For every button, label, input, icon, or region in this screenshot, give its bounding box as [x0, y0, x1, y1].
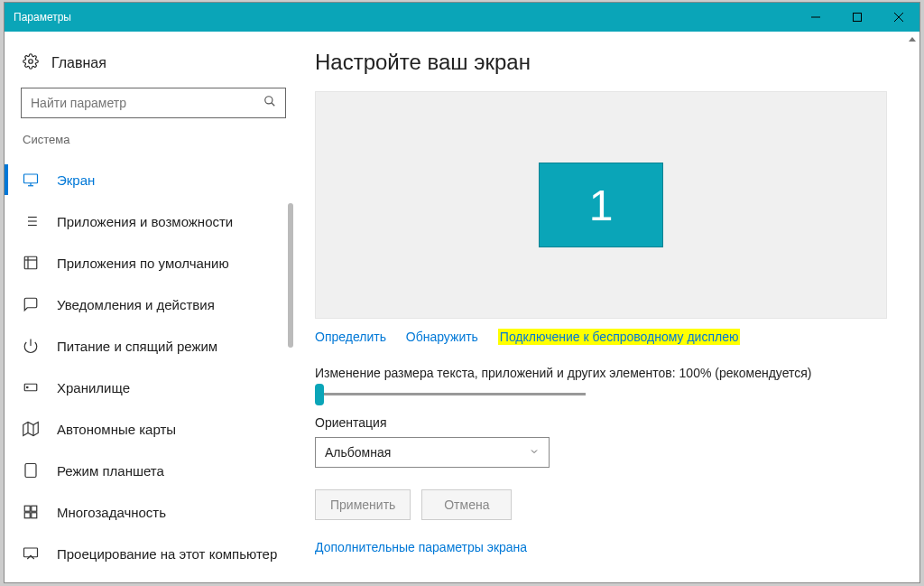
- storage-icon: [23, 379, 44, 395]
- nav-label: Питание и спящий режим: [57, 339, 217, 354]
- sidebar-item-notifications[interactable]: Уведомления и действия: [5, 284, 302, 325]
- display-icon: [23, 172, 44, 188]
- sidebar-item-multitask[interactable]: Многозадачность: [5, 491, 302, 533]
- search-input[interactable]: [31, 96, 263, 110]
- projecting-icon: [23, 545, 44, 562]
- maps-icon: [23, 421, 44, 437]
- sidebar: Главная Система Экран: [5, 32, 302, 582]
- sidebar-item-default-apps[interactable]: Приложения по умолчанию: [5, 242, 302, 284]
- display-links: Определить Обнаружить Подключение к бесп…: [315, 330, 887, 344]
- titlebar: Параметры: [5, 3, 919, 32]
- svg-point-5: [265, 97, 273, 104]
- svg-line-6: [272, 103, 275, 107]
- power-icon: [23, 338, 44, 354]
- gear-icon: [23, 53, 39, 73]
- chevron-down-icon: [529, 445, 540, 460]
- orientation-label: Ориентация: [315, 415, 887, 430]
- identify-link[interactable]: Определить: [315, 330, 386, 344]
- svg-rect-29: [24, 513, 30, 518]
- category-label: Система: [5, 133, 302, 153]
- svg-rect-25: [25, 464, 36, 478]
- nav-label: Автономные карты: [57, 422, 176, 437]
- nav-list: Экран Приложения и возможности Приложени…: [5, 153, 302, 574]
- default-apps-icon: [23, 255, 44, 271]
- sidebar-item-storage[interactable]: Хранилище: [5, 367, 302, 408]
- sidebar-item-apps[interactable]: Приложения и возможности: [5, 200, 302, 242]
- page-title: Настройте ваш экран: [315, 50, 887, 75]
- minimize-button[interactable]: [795, 3, 836, 32]
- home-button[interactable]: Главная: [5, 46, 302, 88]
- home-label: Главная: [51, 55, 106, 71]
- client-area: Главная Система Экран: [5, 32, 919, 582]
- window-title: Параметры: [14, 11, 795, 23]
- svg-point-21: [27, 386, 29, 388]
- search-wrapper: [5, 88, 302, 133]
- sidebar-scrollbar-thumb[interactable]: [288, 203, 293, 348]
- nav-label: Режим планшета: [57, 463, 164, 479]
- nav-label: Приложения и возможности: [57, 214, 233, 229]
- search-box[interactable]: [21, 88, 286, 118]
- sidebar-item-maps[interactable]: Автономные карты: [5, 408, 302, 450]
- button-row: Применить Отмена: [315, 489, 887, 520]
- advanced-display-link[interactable]: Дополнительные параметры экрана: [315, 540, 527, 554]
- list-icon: [23, 213, 44, 229]
- orientation-dropdown[interactable]: Альбомная: [315, 437, 550, 468]
- svg-rect-1: [854, 14, 862, 22]
- tablet-icon: [23, 462, 44, 479]
- cancel-button[interactable]: Отмена: [421, 489, 512, 520]
- monitor-number: 1: [589, 181, 614, 230]
- nav-label: Приложения по умолчанию: [57, 256, 229, 271]
- detect-link[interactable]: Обнаружить: [406, 330, 478, 344]
- settings-window: Параметры Главная: [4, 2, 920, 583]
- nav-label: Проецирование на этот компьютер: [57, 546, 277, 562]
- sidebar-item-tablet[interactable]: Режим планшета: [5, 450, 302, 491]
- svg-rect-28: [32, 506, 37, 511]
- nav-label: Многозадачность: [57, 505, 166, 520]
- apply-button[interactable]: Применить: [315, 489, 411, 520]
- close-button[interactable]: [878, 3, 919, 32]
- slider-thumb[interactable]: [315, 384, 324, 405]
- maximize-button[interactable]: [836, 3, 878, 32]
- search-icon: [263, 95, 276, 111]
- scale-slider[interactable]: [315, 393, 586, 395]
- sidebar-item-projecting[interactable]: Проецирование на этот компьютер: [5, 533, 302, 574]
- wireless-display-link[interactable]: Подключение к беспроводному дисплею: [498, 329, 741, 345]
- nav-label: Уведомления и действия: [57, 297, 215, 312]
- sidebar-item-display[interactable]: Экран: [5, 159, 302, 200]
- scale-label: Изменение размера текста, приложений и д…: [315, 366, 887, 380]
- svg-rect-30: [32, 513, 37, 518]
- sidebar-item-power[interactable]: Питание и спящий режим: [5, 325, 302, 367]
- multitask-icon: [23, 504, 44, 520]
- orientation-value: Альбомная: [325, 445, 391, 460]
- nav-label: Хранилище: [57, 380, 130, 395]
- svg-rect-7: [24, 174, 38, 183]
- svg-rect-27: [24, 506, 30, 511]
- display-preview: 1: [315, 91, 887, 319]
- svg-point-4: [29, 60, 33, 64]
- notifications-icon: [23, 296, 44, 312]
- monitor-thumbnail[interactable]: 1: [539, 163, 663, 247]
- nav-label: Экран: [57, 172, 95, 188]
- main-panel: Настройте ваш экран 1 Определить Обнаруж…: [302, 32, 919, 582]
- svg-rect-16: [24, 256, 37, 269]
- svg-marker-22: [23, 423, 39, 436]
